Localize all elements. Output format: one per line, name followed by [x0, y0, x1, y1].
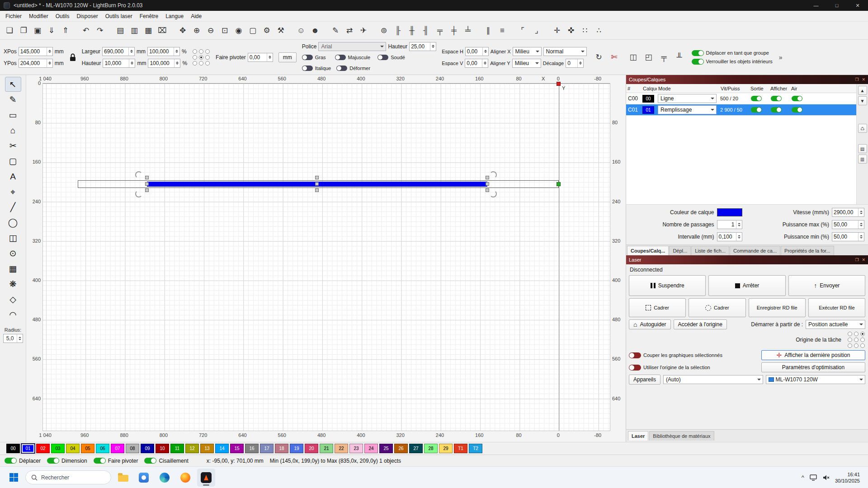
palette-swatch[interactable]: 19 — [290, 444, 303, 453]
radius-input[interactable]: 5,0 — [3, 334, 23, 343]
job-origin-radio[interactable] — [848, 343, 852, 348]
palette-swatch[interactable]: 22 — [335, 444, 348, 453]
anchor-radio[interactable] — [199, 55, 203, 60]
spin-down-icon[interactable] — [859, 225, 864, 229]
spin-up-icon[interactable] — [736, 233, 742, 237]
pattern-tool[interactable]: ❋ — [5, 277, 21, 291]
palette-swatch[interactable]: 05 — [81, 444, 94, 453]
selection-handle[interactable] — [145, 176, 149, 179]
toolbar-overflow-chevron[interactable]: » — [779, 54, 783, 61]
hspace-input[interactable]: 0,00 — [465, 47, 489, 56]
italic-toggle[interactable] — [302, 66, 313, 71]
float-panel-icon[interactable]: ❐ — [855, 77, 859, 82]
spin-up-icon[interactable] — [47, 59, 52, 63]
edit-nodes-tool[interactable]: ✂ — [5, 138, 21, 153]
tab-proprietes[interactable]: Propriétés de la for... — [781, 246, 834, 255]
vspace-input[interactable]: 0,00 — [465, 59, 488, 68]
array-tool[interactable]: ▦ — [5, 261, 21, 276]
job-origin-radio[interactable] — [860, 343, 865, 348]
tab-commande[interactable]: Commande de ca... — [730, 246, 780, 255]
cut-shapes-icon[interactable]: ✄ — [608, 51, 621, 64]
canvas[interactable]: X Y 1 0409608808007206405604804003202401… — [26, 75, 626, 442]
font-dropdown[interactable]: Arial — [318, 42, 386, 51]
palette-swatch[interactable]: 20 — [305, 444, 318, 453]
shear-toggle[interactable] — [144, 458, 156, 464]
palette-swatch[interactable]: T2 — [469, 444, 482, 453]
pan-icon[interactable]: ✥ — [176, 24, 189, 38]
copy-icon[interactable]: ▤ — [113, 24, 127, 38]
spin-down-icon[interactable] — [47, 52, 52, 56]
maximize-button[interactable]: □ — [826, 0, 847, 11]
spin-down-icon[interactable] — [736, 225, 742, 229]
snap-points-icon[interactable]: ∴ — [592, 24, 606, 38]
save-rd-file-button[interactable]: Enregistrer RD file — [749, 298, 806, 317]
extrude-tool[interactable]: ◫ — [5, 230, 21, 245]
palette-swatch[interactable]: 09 — [141, 444, 154, 453]
output-toggle[interactable] — [751, 96, 762, 101]
use-selection-origin-toggle[interactable] — [629, 365, 641, 371]
align-middle-icon[interactable]: ╪ — [447, 24, 461, 38]
interval-input[interactable]: 0,100 — [717, 232, 742, 241]
spin-down-icon[interactable] — [578, 63, 583, 67]
palette-swatch[interactable]: T1 — [454, 444, 467, 453]
anchor-radio[interactable] — [193, 61, 197, 66]
rotation-handle[interactable] — [135, 171, 142, 178]
save-icon[interactable]: ▣ — [31, 24, 44, 38]
flip-horizontal-icon[interactable]: ⇄ — [343, 24, 356, 38]
corner-br-icon[interactable]: ⌟ — [530, 24, 543, 38]
tab-deplacement[interactable]: Dépl... — [669, 246, 691, 255]
job-origin-radio[interactable] — [854, 332, 859, 336]
distribute-h-icon[interactable]: ∥ — [481, 24, 495, 38]
job-origin-radio[interactable] — [848, 332, 852, 336]
move-as-group-toggle[interactable] — [692, 50, 704, 56]
distribute-v-icon[interactable]: ≡ — [495, 24, 509, 38]
offset-input[interactable]: 0 — [566, 59, 584, 68]
air-toggle[interactable] — [792, 107, 802, 113]
layer-row[interactable]: C00 00 Ligne 500 / 20 — [626, 93, 856, 104]
selection-handle[interactable] — [315, 182, 319, 186]
object-anchor-selector[interactable] — [193, 49, 210, 66]
ypos-input[interactable]: 204,000 — [19, 59, 53, 68]
menu-modifier[interactable]: Modifier — [25, 12, 52, 21]
height-percent-input[interactable]: 100,000 — [148, 59, 180, 68]
frame-rect-button[interactable]: Cadrer — [629, 298, 686, 317]
spin-down-icon[interactable] — [736, 237, 742, 241]
minimize-button[interactable]: — — [806, 0, 826, 11]
palette-swatch[interactable]: 01 — [21, 444, 35, 453]
float-panel-icon[interactable]: ❐ — [855, 258, 859, 262]
align-y-dropdown[interactable]: Milieu — [512, 59, 541, 68]
bold-toggle[interactable] — [302, 55, 313, 60]
tray-chevron-icon[interactable]: ^ — [802, 474, 804, 481]
tab-liste-fichiers[interactable]: Liste de fich... — [691, 246, 729, 255]
arc-tool[interactable]: ◠ — [5, 307, 21, 322]
width-percent-input[interactable]: 100,000 — [147, 47, 180, 56]
align-stack-icon[interactable]: ╤ — [657, 51, 671, 64]
selection-handle[interactable] — [315, 188, 319, 192]
layer-up-button[interactable]: ▲ — [858, 86, 867, 95]
corner-tl-icon[interactable]: ⌜ — [516, 24, 529, 38]
shape-tool[interactable]: ◇ — [5, 292, 21, 307]
selection-handle[interactable] — [145, 182, 149, 186]
spin-up-icon[interactable] — [267, 53, 273, 57]
palette-swatch[interactable]: 07 — [111, 444, 124, 453]
redo-icon[interactable]: ↷ — [93, 24, 107, 38]
anchor-radio[interactable] — [199, 49, 203, 54]
text-edit-icon[interactable]: ✎ — [329, 24, 342, 38]
menu-langue[interactable]: Langue — [162, 12, 187, 21]
spin-down-icon[interactable] — [129, 52, 134, 56]
units-button[interactable]: mm — [278, 52, 297, 62]
palette-swatch[interactable]: 17 — [260, 444, 274, 453]
tab-coupes-calques[interactable]: Coupes/Calq... — [627, 246, 669, 255]
paste-icon[interactable]: ▥ — [127, 24, 141, 38]
distort-toggle[interactable] — [336, 66, 347, 71]
spin-up-icon[interactable] — [129, 59, 135, 63]
palette-swatch[interactable]: 00 — [6, 444, 20, 453]
palette-swatch[interactable]: 14 — [215, 444, 229, 453]
show-toggle[interactable] — [771, 96, 782, 101]
menu-disposer[interactable]: Disposer — [73, 12, 101, 21]
rotation-handle[interactable] — [490, 190, 497, 197]
spin-up-icon[interactable] — [175, 59, 180, 63]
job-origin-handle[interactable] — [557, 182, 561, 186]
menu-fenetre[interactable]: Fenêtre — [136, 12, 162, 21]
tab-laser[interactable]: Laser — [628, 431, 648, 441]
